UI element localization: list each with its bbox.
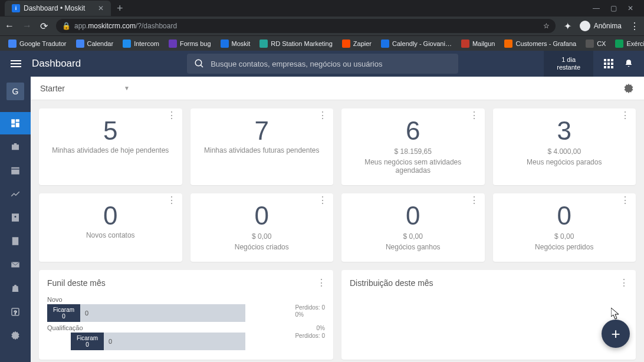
svg-point-18 [15, 216, 17, 218]
card-menu-button[interactable]: ⋮ [620, 199, 630, 202]
card-menu-button[interactable]: ⋮ [167, 199, 176, 202]
main-content: Starter ▼ ⋮ 5 Minhas atividades de hoje … [31, 77, 644, 362]
incognito-icon [580, 21, 590, 31]
maximize-icon[interactable]: ▢ [610, 4, 617, 12]
sidebar-item-settings[interactable] [0, 324, 31, 347]
minimize-icon[interactable]: — [593, 4, 600, 12]
back-icon[interactable]: ← [5, 21, 14, 31]
metric-card[interactable]: ⋮ 6 $ 18.159,65 Meus negócios sem ativid… [341, 108, 485, 185]
bookmark-item[interactable]: Calendar [73, 38, 117, 49]
distribution-panel-title: Distribuição deste mês [350, 278, 627, 288]
incognito-badge[interactable]: Anônima [580, 21, 622, 31]
sidebar-item-companies[interactable] [0, 230, 31, 252]
browser-menu-icon[interactable]: ⋮ [630, 21, 639, 32]
svg-line-1 [201, 65, 203, 67]
svg-point-0 [195, 60, 202, 66]
metric-subvalue: $ 0,00 [499, 232, 630, 241]
apps-icon[interactable] [604, 59, 613, 68]
trial-badge[interactable]: 1 dia restante [544, 51, 593, 77]
url-bar[interactable]: 🔒 app.moskitcrm.com/?/dashboard ☆ [56, 19, 556, 33]
bookmark-label: Mailgun [472, 40, 495, 47]
briefcase-icon [10, 141, 21, 152]
metric-card[interactable]: ⋮ 0 $ 0,00 Negócios perdidos [493, 193, 636, 262]
star-icon[interactable]: ☆ [543, 22, 550, 30]
metric-card[interactable]: ⋮ 0 $ 0,00 Negócios ganhos [341, 193, 485, 262]
card-menu-button[interactable]: ⋮ [167, 114, 176, 117]
pipeline-select[interactable]: Starter ▼ [40, 84, 130, 93]
notifications-icon[interactable] [624, 59, 633, 68]
close-window-icon[interactable]: ✕ [627, 4, 633, 12]
bookmark-item[interactable]: Google Tradutor [5, 38, 70, 49]
panel-menu-button[interactable]: ⋮ [317, 277, 326, 288]
bookmark-item[interactable]: CX [582, 38, 609, 49]
card-menu-button[interactable]: ⋮ [620, 114, 630, 117]
browser-tab[interactable]: i Dashboard • Moskit ✕ [5, 1, 111, 16]
sidebar-item-reports[interactable] [0, 183, 31, 205]
bookmark-label: Google Tradutor [19, 40, 67, 47]
bookmark-item[interactable]: RD Station Marketing [256, 38, 336, 49]
metric-label: Meus negócios sem atividades agendadas [347, 158, 479, 175]
extensions-icon[interactable]: ✦ [564, 21, 571, 32]
funnel-bar: 0 [80, 304, 245, 322]
metric-value: 6 [347, 118, 479, 144]
bookmark-item[interactable]: Moskit [217, 38, 254, 49]
sidebar-item-deals[interactable] [0, 136, 31, 158]
funnel-panel-title: Funil deste mês [47, 278, 325, 288]
reload-icon[interactable]: ⟳ [40, 21, 48, 32]
add-button[interactable]: + [602, 320, 630, 348]
close-icon[interactable]: ✕ [98, 4, 104, 12]
metric-card[interactable]: ⋮ 0 $ 0,00 Negócios criados [190, 193, 334, 262]
bookmark-item[interactable]: Mailgun [458, 38, 499, 49]
avatar[interactable]: G [6, 83, 24, 100]
sidebar-item-help[interactable]: ? [0, 301, 31, 323]
bookmark-item[interactable]: Exército da Salvaçã… [612, 38, 644, 49]
search-input[interactable] [211, 60, 451, 68]
bookmark-item[interactable]: Customers - Grafana [501, 38, 580, 49]
sidebar-item-email[interactable] [0, 254, 31, 276]
bookmark-favicon-icon [504, 40, 512, 48]
panel-menu-button[interactable]: ⋮ [619, 277, 629, 288]
bookmarks-bar: Google TradutorCalendarIntercomForms bug… [0, 35, 644, 51]
funnel-row: Ficaram0 0 Perdidos: 0 [71, 333, 325, 350]
browser-tab-strip: i Dashboard • Moskit ✕ + — ▢ ✕ [0, 0, 644, 17]
menu-button[interactable] [0, 63, 32, 64]
funnel-pass-pct: 0% [317, 325, 325, 331]
svg-rect-10 [611, 66, 613, 68]
url-path: /?/dashboard [136, 22, 177, 30]
dashboard-settings-button[interactable] [623, 83, 635, 94]
sidebar-item-contacts[interactable] [0, 206, 31, 229]
bookmark-item[interactable]: Forms bug [165, 38, 215, 49]
metric-card[interactable]: ⋮ 5 Minhas atividades de hoje pendentes [39, 108, 182, 185]
bookmark-item[interactable]: Intercom [119, 38, 163, 49]
sidebar-item-activities[interactable] [0, 159, 31, 182]
bookmark-item[interactable]: Calendly - Giovani… [377, 38, 455, 49]
svg-rect-13 [16, 123, 19, 127]
card-menu-button[interactable]: ⋮ [318, 114, 327, 117]
card-menu-button[interactable]: ⋮ [469, 114, 479, 117]
card-menu-button[interactable]: ⋮ [469, 199, 479, 202]
bookmark-favicon-icon [169, 40, 177, 48]
bookmark-label: Forms bug [180, 40, 211, 47]
funnel-stayed-tag: Ficaram0 [47, 304, 80, 322]
sidebar-item-products[interactable] [0, 277, 31, 300]
bookmark-item[interactable]: Zapier [339, 38, 375, 49]
card-menu-button[interactable]: ⋮ [318, 199, 327, 202]
svg-rect-4 [611, 59, 613, 61]
metric-label: Minhas atividades de hoje pendentes [45, 146, 176, 154]
sidebar-item-dashboard[interactable] [0, 112, 31, 134]
metric-card[interactable]: ⋮ 3 $ 4.000,00 Meus negócios parados [493, 108, 636, 185]
search-box[interactable] [187, 54, 458, 74]
svg-rect-7 [611, 62, 613, 65]
metric-card[interactable]: ⋮ 0 Novos contatos [39, 193, 182, 262]
funnel-stayed-tag: Ficaram0 [71, 333, 104, 350]
metric-label: Novos contatos [45, 231, 176, 239]
metric-subvalue: $ 0,00 [347, 232, 479, 241]
new-tab-button[interactable]: + [111, 2, 129, 15]
metric-card[interactable]: ⋮ 7 Minhas atividades futuras pendentes [190, 108, 334, 185]
metric-value: 0 [347, 203, 479, 229]
metric-value: 7 [196, 118, 328, 144]
chevron-down-icon: ▼ [124, 85, 130, 91]
lock-icon: 🔒 [62, 22, 71, 30]
svg-rect-15 [11, 167, 19, 175]
mail-icon [10, 259, 21, 270]
